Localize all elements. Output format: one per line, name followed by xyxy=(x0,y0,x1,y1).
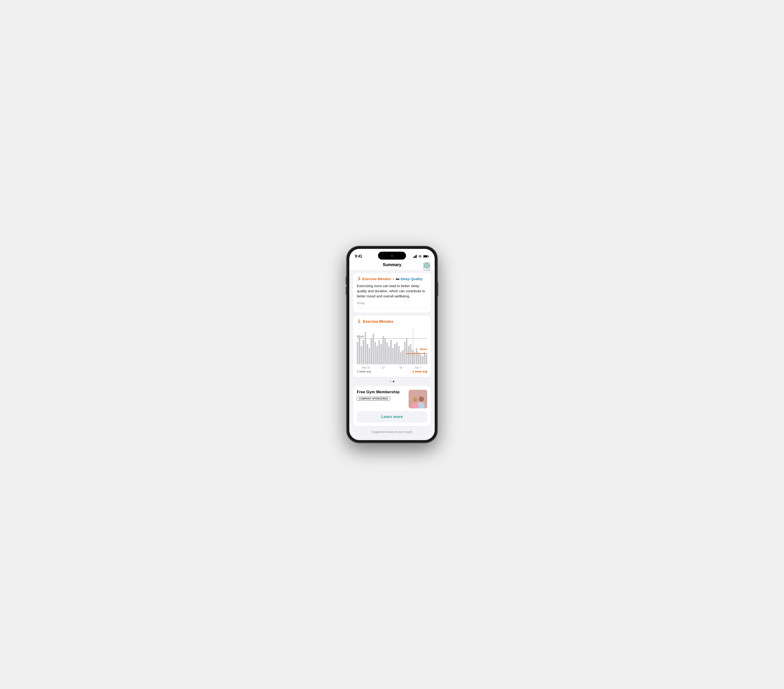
chart-header: 🏃 Exercise Minutes xyxy=(357,319,427,324)
chart-bar xyxy=(371,338,372,365)
insight-header: 🏃 Exercise Minutes + 🛏 Sleep Quality xyxy=(357,276,427,281)
bars-container xyxy=(357,332,427,364)
insight-description: Exercising more can lead to better sleep… xyxy=(357,283,427,299)
x-axis-label: 30 xyxy=(392,366,410,369)
ad-image xyxy=(408,390,427,408)
chart-bar xyxy=(361,346,362,365)
status-bar: 9:41 xyxy=(349,249,435,261)
x-axis-label: Apr 7 xyxy=(410,366,427,369)
insight-date: Today xyxy=(357,301,365,305)
volume-up-button[interactable] xyxy=(346,276,347,284)
chart-bar xyxy=(384,338,386,365)
chart-bar xyxy=(416,348,417,364)
chart-bar xyxy=(379,340,380,364)
chart-x-labels: Mar 162330Apr 7 xyxy=(357,366,427,369)
chart-bar xyxy=(374,342,376,364)
chart-selection-line xyxy=(413,327,413,364)
exercise-chart-card: 🏃 Exercise Minutes 45min 22min xyxy=(353,316,431,377)
chart-bar xyxy=(418,352,419,365)
status-time: 9:41 xyxy=(355,254,362,258)
chart-bar xyxy=(365,332,366,364)
avg-label-22min: 22min xyxy=(420,348,427,350)
chart-bar xyxy=(373,334,374,364)
svg-point-6 xyxy=(413,397,417,402)
svg-rect-1 xyxy=(428,256,429,257)
dynamic-island xyxy=(378,252,406,260)
signal-bar-4 xyxy=(416,255,417,258)
plus-separator: + xyxy=(392,277,394,281)
chart-bar xyxy=(396,342,398,364)
chart-bar xyxy=(359,336,360,365)
ad-text-block: Free Gym Membership COMPANY SPONSORED xyxy=(357,390,406,401)
dot-2 xyxy=(393,381,394,382)
chart-bar xyxy=(392,348,394,364)
chart-bar xyxy=(367,344,368,365)
chart-bar xyxy=(406,338,407,365)
chart-bar xyxy=(402,350,404,364)
page-title: Summary xyxy=(383,262,401,267)
insight-card: 🏃 Exercise Minutes + 🛏 Sleep Quality Exe… xyxy=(353,273,431,313)
chart-bar xyxy=(408,346,409,365)
signal-bar-1 xyxy=(413,257,414,258)
chart-bar xyxy=(424,352,425,365)
ad-title: Free Gym Membership xyxy=(357,390,406,395)
chart-bar xyxy=(362,340,364,364)
learn-more-button[interactable]: Learn more xyxy=(357,411,427,423)
one-week-avg: 1 week avg xyxy=(413,370,427,373)
x-axis-label: 23 xyxy=(375,366,392,369)
chart-bar xyxy=(388,346,390,365)
nav-header: Summary xyxy=(349,261,435,270)
chart-bar xyxy=(426,354,427,365)
chart-bar xyxy=(386,342,388,364)
settings-button[interactable] xyxy=(423,262,430,270)
chart-bar xyxy=(410,344,411,365)
chart-bar xyxy=(398,346,399,365)
card-divider xyxy=(357,308,427,308)
pagination-dots xyxy=(353,380,431,383)
wifi-icon xyxy=(418,255,422,258)
phone-frame: 9:41 xyxy=(346,246,438,443)
ad-people-illustration xyxy=(408,390,427,408)
chart-bar xyxy=(394,344,395,365)
chart-bar xyxy=(382,336,384,365)
suggested-label: Suggested based on your insight xyxy=(353,429,431,435)
ad-card: Free Gym Membership COMPANY SPONSORED xyxy=(353,386,431,426)
power-button[interactable] xyxy=(437,282,438,296)
ad-badge: COMPANY SPONSORED xyxy=(357,397,390,401)
dot-1 xyxy=(390,381,391,382)
battery-icon xyxy=(423,255,429,258)
svg-point-8 xyxy=(419,396,424,402)
gear-icon xyxy=(424,263,430,268)
x-axis-label: Mar 16 xyxy=(357,366,375,369)
scroll-content[interactable]: 🏃 Exercise Minutes + 🛏 Sleep Quality Exe… xyxy=(349,270,435,440)
svg-point-3 xyxy=(426,265,427,266)
exercise-icon: 🏃 xyxy=(357,276,361,281)
sleep-label: Sleep Quality xyxy=(400,277,423,281)
chart-bar xyxy=(420,354,421,365)
volume-down-button[interactable] xyxy=(346,287,347,295)
chart-bar xyxy=(380,344,382,365)
chart-exercise-icon: 🏃 xyxy=(357,319,361,324)
chart-bar xyxy=(376,346,378,365)
phone-screen: 9:41 xyxy=(349,249,435,440)
chart-bar xyxy=(390,340,392,364)
signal-icon xyxy=(413,255,417,258)
chart-bar xyxy=(369,348,370,364)
svg-rect-2 xyxy=(424,256,427,257)
avg-line-22min xyxy=(406,354,427,354)
chart-bar xyxy=(404,342,405,364)
chart-container: 45min 22min xyxy=(357,327,427,364)
phone-body: 9:41 xyxy=(346,246,438,443)
status-icons xyxy=(413,255,429,258)
exercise-label: Exercise Minutes xyxy=(362,277,391,281)
ad-top-section: Free Gym Membership COMPANY SPONSORED xyxy=(357,390,427,408)
chart-bar xyxy=(357,342,358,364)
chart-footer: 3 week avg 1 week avg xyxy=(357,370,427,373)
three-week-avg: 3 week avg xyxy=(357,370,371,373)
chart-bar xyxy=(414,352,415,365)
chart-title: Exercise Minutes xyxy=(363,319,394,324)
chart-bar xyxy=(422,356,423,364)
sleep-icon: 🛏 xyxy=(396,277,399,281)
camera-indicator xyxy=(391,255,394,257)
signal-bar-3 xyxy=(415,255,416,258)
